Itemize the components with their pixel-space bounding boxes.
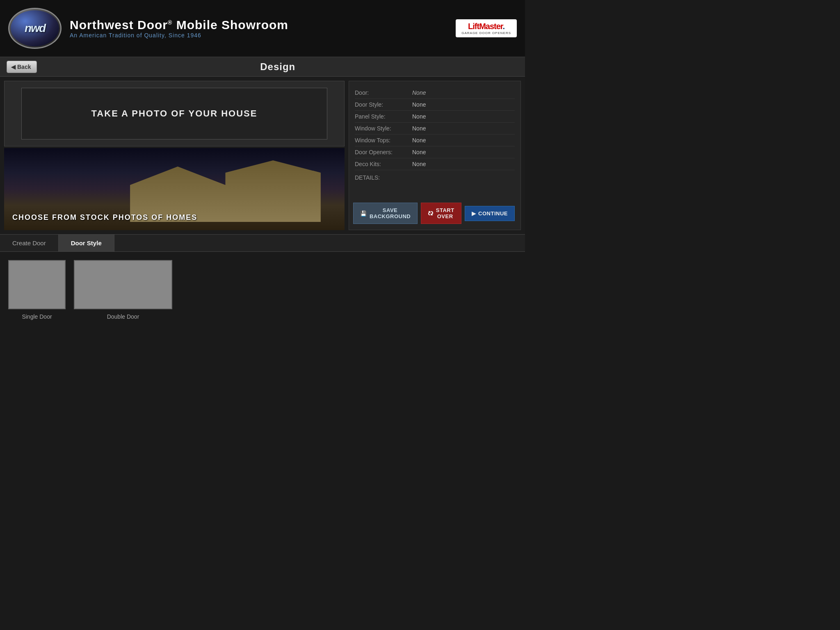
right-panel: Door: None Door Style: None Panel Style:… [349, 81, 521, 230]
tab-door-style[interactable]: Door Style [59, 235, 114, 251]
door-openers-label: Door Openers: [355, 149, 412, 155]
door-label: Door: [355, 89, 412, 96]
stock-photo-button[interactable]: CHOOSE FROM STOCK PHOTOS OF HOMES [4, 148, 345, 230]
photo-upload-label: TAKE A PHOTO OF YOUR HOUSE [91, 108, 258, 119]
deco-kits-label: Deco Kits: [355, 161, 412, 167]
app-header: nwd Northwest Door® Mobile Showroom An A… [0, 0, 525, 57]
double-door-thumbnail [74, 260, 172, 309]
spec-row-panel-style: Panel Style: None [355, 111, 515, 123]
double-door-label: Double Door [107, 313, 139, 320]
start-over-icon: 🗘 [428, 210, 434, 217]
continue-arrow-icon: ▶ [472, 210, 476, 217]
action-buttons: 💾 SAVE BACKGROUND 🗘 START OVER ▶ CONTINU… [355, 203, 515, 224]
left-panel: TAKE A PHOTO OF YOUR HOUSE CHOOSE FROM S… [4, 81, 345, 230]
save-background-button[interactable]: 💾 SAVE BACKGROUND [353, 203, 418, 224]
photo-upload-button[interactable]: TAKE A PHOTO OF YOUR HOUSE [4, 81, 345, 146]
spec-row-deco-kits: Deco Kits: None [355, 158, 515, 170]
panel-style-label: Panel Style: [355, 113, 412, 120]
tab-create-door[interactable]: Create Door [0, 235, 59, 251]
window-style-label: Window Style: [355, 125, 412, 132]
window-tops-label: Window Tops: [355, 137, 412, 144]
page-title: Design [37, 61, 518, 73]
panel-style-value: None [412, 113, 426, 120]
door-selection: Single Door Double Door [0, 252, 525, 328]
liftmaster-subtitle: Garage Door Openers [461, 31, 511, 35]
single-door-option[interactable]: Single Door [8, 260, 66, 320]
stock-photo-label: CHOOSE FROM STOCK PHOTOS OF HOMES [12, 213, 197, 222]
save-icon: 💾 [360, 210, 367, 217]
spec-table: Door: None Door Style: None Panel Style:… [355, 87, 515, 194]
brand-subtitle: An American Tradition of Quality, Since … [70, 32, 456, 39]
start-over-button[interactable]: 🗘 START OVER [421, 203, 461, 224]
deco-kits-value: None [412, 161, 426, 167]
spec-row-door-openers: Door Openers: None [355, 146, 515, 158]
continue-button[interactable]: ▶ CONTINUE [465, 206, 515, 221]
photo-upload-inner: TAKE A PHOTO OF YOUR HOUSE [21, 88, 327, 139]
door-value: None [412, 89, 426, 96]
details-label: DETAILS: [355, 174, 515, 181]
door-style-value: None [412, 101, 426, 108]
door-style-label: Door Style: [355, 101, 412, 108]
spec-row-door-style: Door Style: None [355, 99, 515, 111]
navbar: ◀ Back Design [0, 57, 525, 77]
brand-title: Northwest Door® Mobile Showroom An Ameri… [70, 18, 456, 39]
door-openers-value: None [412, 149, 426, 155]
logo-text: nwd [25, 22, 45, 35]
details-row: DETAILS: [355, 170, 515, 185]
single-door-thumbnail [8, 260, 66, 309]
window-tops-value: None [412, 137, 426, 144]
main-content: TAKE A PHOTO OF YOUR HOUSE CHOOSE FROM S… [0, 77, 525, 234]
nwd-logo: nwd [8, 8, 62, 49]
spec-row-window-tops: Window Tops: None [355, 135, 515, 146]
house-silhouette-icon [106, 160, 345, 222]
tabs-bar: Create Door Door Style [0, 234, 525, 252]
spec-row-door: Door: None [355, 87, 515, 99]
single-door-label: Single Door [22, 313, 52, 320]
liftmaster-logo: LiftMaster. Garage Door Openers [456, 19, 517, 37]
back-chevron-icon: ◀ [11, 64, 16, 70]
spec-row-window-style: Window Style: None [355, 123, 515, 135]
brand-name: Northwest Door® Mobile Showroom [70, 18, 456, 32]
window-style-value: None [412, 125, 426, 132]
back-button[interactable]: ◀ Back [7, 61, 37, 73]
double-door-option[interactable]: Double Door [74, 260, 172, 320]
